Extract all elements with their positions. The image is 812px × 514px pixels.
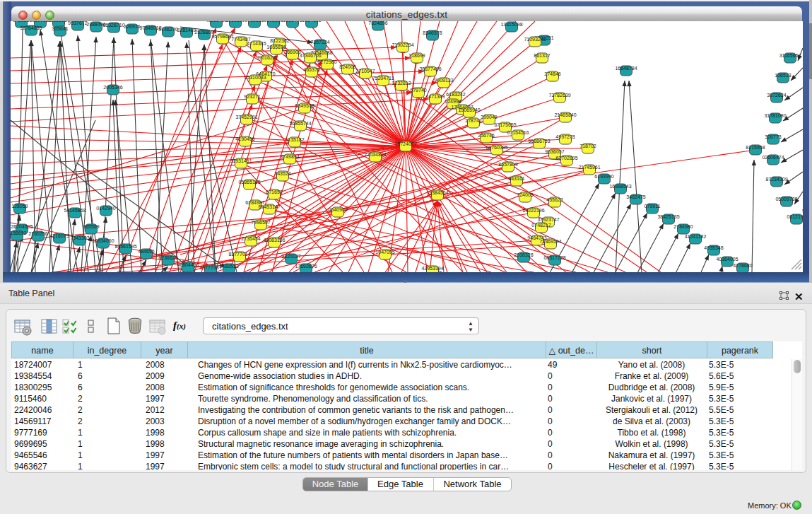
svg-text:19065940: 19065940 — [458, 107, 480, 112]
svg-text:465375: 465375 — [303, 67, 319, 72]
svg-text:9537672: 9537672 — [68, 21, 87, 25]
svg-text:1489513: 1489513 — [219, 264, 238, 269]
svg-text:274846: 274846 — [544, 71, 560, 76]
svg-text:17693676: 17693676 — [295, 264, 317, 269]
svg-text:7996507: 7996507 — [251, 220, 270, 225]
svg-text:079911: 079911 — [645, 204, 661, 209]
svg-text:21745961: 21745961 — [578, 165, 600, 170]
svg-text:366909: 366909 — [284, 49, 300, 54]
svg-text:40265423: 40265423 — [205, 21, 227, 23]
svg-text:75204711: 75204711 — [372, 76, 394, 81]
svg-text:48083136: 48083136 — [263, 238, 285, 243]
svg-text:024994: 024994 — [445, 99, 461, 104]
svg-text:4471349: 4471349 — [425, 94, 445, 99]
svg-text:71093248: 71093248 — [524, 37, 546, 42]
svg-text:679740: 679740 — [410, 88, 426, 93]
svg-text:55886753: 55886753 — [528, 139, 550, 144]
svg-text:05310033: 05310033 — [244, 75, 266, 80]
svg-text:31781080: 31781080 — [764, 113, 786, 118]
svg-text:2735454: 2735454 — [241, 236, 260, 241]
svg-text:2260256: 2260256 — [28, 231, 47, 236]
svg-text:1047095: 1047095 — [375, 250, 394, 255]
svg-text:4190496: 4190496 — [235, 136, 254, 141]
svg-text:05009788: 05009788 — [775, 197, 797, 201]
svg-text:77034824: 77034824 — [364, 152, 386, 157]
svg-text:326773: 326773 — [765, 134, 781, 139]
svg-text:56855744: 56855744 — [289, 121, 311, 126]
svg-text:965569: 965569 — [83, 224, 99, 229]
svg-text:318699: 318699 — [408, 53, 425, 58]
svg-text:043321: 043321 — [13, 21, 29, 23]
svg-text:83561595: 83561595 — [114, 244, 136, 249]
svg-text:0812191: 0812191 — [787, 214, 803, 219]
svg-text:26204505: 26204505 — [11, 224, 33, 229]
svg-text:824008: 824008 — [339, 64, 355, 69]
svg-text:0781618: 0781618 — [245, 21, 264, 23]
svg-text:69453147: 69453147 — [258, 204, 280, 209]
svg-text:343161: 343161 — [508, 176, 524, 181]
svg-text:861317: 861317 — [534, 53, 550, 58]
svg-text:08760385: 08760385 — [486, 145, 507, 150]
svg-text:41241182: 41241182 — [685, 234, 707, 239]
svg-text:08317278: 08317278 — [543, 255, 565, 260]
svg-text:1232812: 1232812 — [392, 81, 411, 86]
svg-text:106513: 106513 — [775, 73, 791, 78]
svg-text:73782639: 73782639 — [548, 93, 570, 98]
svg-text:2710947: 2710947 — [355, 69, 375, 74]
svg-text:87234309: 87234309 — [765, 177, 787, 182]
svg-text:3158692: 3158692 — [11, 230, 27, 235]
svg-text:671657: 671657 — [266, 189, 282, 194]
svg-text:9593103: 9593103 — [264, 21, 283, 23]
svg-text:7357224: 7357224 — [310, 40, 329, 45]
svg-text:0748217: 0748217 — [531, 223, 551, 228]
svg-text:32764835: 32764835 — [20, 25, 42, 30]
svg-text:18724007: 18724007 — [394, 141, 416, 146]
svg-text:2005346: 2005346 — [103, 85, 122, 90]
svg-text:40164005: 40164005 — [716, 257, 738, 262]
svg-text:71902294: 71902294 — [392, 42, 413, 47]
svg-text:3872624: 3872624 — [767, 93, 786, 98]
svg-text:16648784: 16648784 — [615, 66, 637, 71]
svg-text:226916: 226916 — [124, 24, 140, 29]
svg-text:718702: 718702 — [579, 144, 596, 148]
svg-text:95777387: 95777387 — [199, 265, 221, 270]
svg-text:7543303: 7543303 — [70, 235, 89, 240]
svg-text:399049: 399049 — [481, 115, 497, 119]
svg-text:9636057: 9636057 — [545, 149, 564, 154]
svg-text:31165667: 31165667 — [779, 53, 801, 58]
svg-text:1161559: 1161559 — [226, 21, 245, 23]
svg-text:3749894: 3749894 — [280, 154, 299, 159]
svg-text:05865185: 05865185 — [238, 180, 260, 185]
svg-text:3320037: 3320037 — [281, 254, 300, 259]
svg-text:343524: 343524 — [274, 171, 290, 176]
svg-text:8122362: 8122362 — [270, 38, 289, 43]
svg-text:16998543: 16998543 — [609, 184, 631, 189]
svg-text:1665876: 1665876 — [266, 45, 286, 49]
svg-text:16934060: 16934060 — [92, 238, 114, 243]
svg-text:95798687: 95798687 — [211, 34, 233, 39]
svg-text:3462475: 3462475 — [626, 194, 645, 199]
svg-text:5146270: 5146270 — [158, 27, 177, 32]
svg-text:278742: 278742 — [465, 118, 481, 123]
svg-text:724005: 724005 — [517, 192, 533, 197]
svg-text:54145868: 54145868 — [64, 208, 86, 213]
svg-text:455623: 455623 — [546, 197, 563, 202]
svg-text:37346706: 37346706 — [299, 53, 321, 58]
svg-text:2784980: 2784980 — [673, 224, 693, 229]
svg-text:19384554: 19384554 — [426, 190, 448, 195]
svg-text:83777014: 83777014 — [228, 252, 250, 257]
svg-text:2016328: 2016328 — [514, 252, 533, 257]
svg-text:484656: 484656 — [138, 249, 154, 254]
svg-text:1316475: 1316475 — [283, 21, 302, 23]
svg-text:3135182: 3135182 — [285, 137, 304, 142]
svg-text:62702895: 62702895 — [555, 156, 577, 160]
svg-text:90838637: 90838637 — [47, 21, 69, 23]
svg-text:6183242: 6183242 — [446, 92, 465, 97]
svg-text:4278680: 4278680 — [733, 263, 752, 268]
svg-text:8215958: 8215958 — [746, 145, 765, 150]
svg-text:37923747: 37923747 — [537, 217, 559, 222]
svg-text:37452991: 37452991 — [235, 115, 257, 119]
svg-text:5534192: 5534192 — [302, 21, 321, 23]
svg-text:256746: 256746 — [478, 133, 494, 138]
svg-text:7824896: 7824896 — [368, 21, 387, 25]
